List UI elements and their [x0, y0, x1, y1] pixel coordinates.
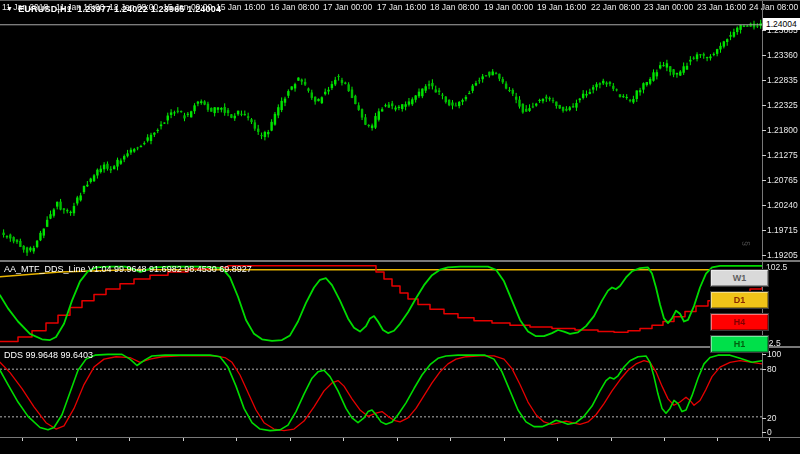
price-tick-label: 1.21275	[767, 150, 798, 160]
indicator-tick-label: 0	[767, 427, 772, 437]
timeframe-button-w1[interactable]: W1	[710, 269, 769, 287]
time-tick-mark	[557, 438, 558, 441]
time-tick-mark	[22, 438, 23, 441]
time-tick-label: 19 Jan 00:00	[484, 2, 533, 12]
time-tick-label: 23 Jan 16:00	[697, 2, 746, 12]
indicator-tick-label: 100	[767, 349, 781, 359]
price-tick-mark	[762, 255, 766, 256]
time-tick-label: 15 Jan 16:00	[216, 2, 265, 12]
indicator-tick-mark	[762, 354, 766, 355]
symbol-timeframe-label: EURUSD,H1	[18, 4, 72, 14]
pane-separator[interactable]	[0, 346, 800, 348]
watermark-glyph: §	[741, 241, 751, 247]
time-tick-mark	[183, 438, 184, 441]
time-axis[interactable]	[0, 440, 800, 454]
time-tick-label: 22 Jan 08:00	[591, 2, 640, 12]
price-tick-label: 1.23360	[767, 50, 798, 60]
symbol-dropdown-icon[interactable]: ▼	[6, 5, 13, 12]
pane-separator	[0, 437, 800, 438]
price-tick-mark	[762, 80, 766, 81]
indicator-tick-mark	[762, 369, 766, 370]
price-tick-label: 1.20240	[767, 200, 798, 210]
time-tick-label: 17 Jan 00:00	[323, 2, 372, 12]
indicator-scale-label: 102.5	[766, 262, 787, 272]
time-tick-mark	[504, 438, 505, 441]
time-tick-label: 18 Jan 08:00	[430, 2, 479, 12]
indicator-tick-mark	[762, 432, 766, 433]
price-tick-label: 1.22325	[767, 100, 798, 110]
price-tick-mark	[762, 30, 766, 31]
price-tick-label: 1.21800	[767, 125, 798, 135]
price-tick-label: 1.22835	[767, 75, 798, 85]
price-tick-mark	[762, 180, 766, 181]
time-tick-mark	[769, 438, 770, 441]
time-tick-mark	[290, 438, 291, 441]
indicator-tick-label: 80	[767, 364, 776, 374]
ohlc-values: 1.23977 1.24022 1.23965 1.24004	[77, 4, 221, 14]
time-tick-mark	[611, 438, 612, 441]
indicator-tick-label: 20	[767, 413, 776, 423]
time-tick-label: 24 Jan 08:00	[749, 2, 798, 12]
time-tick-mark	[129, 438, 130, 441]
time-tick-mark	[450, 438, 451, 441]
timeframe-button-d1[interactable]: D1	[710, 291, 769, 309]
price-tick-mark	[762, 155, 766, 156]
time-tick-mark	[343, 438, 344, 441]
timeframe-button-h1[interactable]: H1	[710, 335, 769, 353]
candlestick-chart-pane[interactable]	[0, 1, 762, 260]
time-tick-label: 17 Jan 16:00	[377, 2, 426, 12]
indicator2-header: DDS 99.9648 99.6403	[4, 350, 93, 360]
price-tick-mark	[762, 55, 766, 56]
current-price-badge: 1.24004	[763, 18, 800, 30]
time-tick-mark	[397, 438, 398, 441]
pane-separator[interactable]	[0, 260, 800, 262]
price-tick-label: 1.19205	[767, 250, 798, 260]
time-tick-label: 23 Jan 00:00	[644, 2, 693, 12]
price-tick-label: 1.19715	[767, 225, 798, 235]
time-tick-mark	[664, 438, 665, 441]
price-tick-mark	[762, 205, 766, 206]
price-tick-mark	[762, 130, 766, 131]
chart-quote-line: ▼EURUSD,H1 1.23977 1.24022 1.23965 1.240…	[6, 4, 221, 14]
indicator-tick-mark	[762, 418, 766, 419]
time-tick-mark	[236, 438, 237, 441]
price-tick-mark	[762, 105, 766, 106]
time-tick-mark	[76, 438, 77, 441]
time-tick-label: 16 Jan 08:00	[270, 2, 319, 12]
time-tick-mark	[717, 438, 718, 441]
price-tick-mark	[762, 230, 766, 231]
price-axis-border	[762, 1, 763, 437]
price-tick-label: 1.20765	[767, 175, 798, 185]
indicator1-header: AA_MTF_DDS_Line V1:04 99.9648 91.6982 98…	[4, 264, 252, 274]
time-tick-label: 19 Jan 16:00	[537, 2, 586, 12]
chart-window: ▼EURUSD,H1 1.23977 1.24022 1.23965 1.240…	[0, 0, 800, 454]
mtf-dds-indicator-pane[interactable]	[0, 262, 762, 347]
timeframe-button-h4[interactable]: H4	[710, 313, 769, 331]
dds-indicator-pane[interactable]	[0, 348, 762, 437]
